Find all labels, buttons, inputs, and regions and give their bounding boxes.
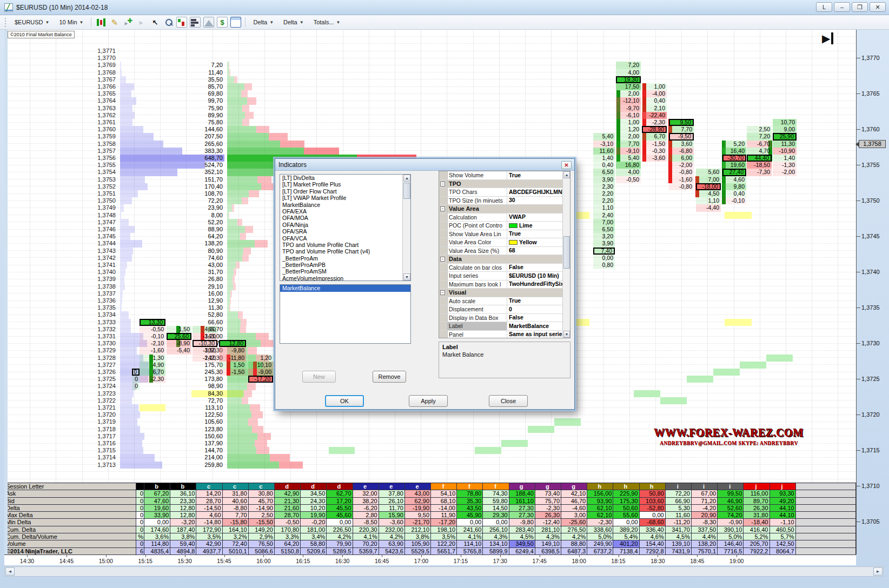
pencil-icon[interactable] [109, 17, 120, 28]
selected-indicators-list[interactable]: MarketBalance [280, 284, 411, 344]
property-row[interactable]: Maximum bars look lTwoHundredFiftySix [439, 280, 570, 289]
scroll-up-icon[interactable]: ▲ [563, 171, 570, 178]
property-section[interactable]: −Visual [439, 289, 570, 297]
indicator-list-item[interactable]: [LT] DivDelta [280, 175, 410, 181]
list-scrollbar[interactable]: ▲ ▼ [402, 175, 410, 280]
new-button[interactable]: New [302, 371, 336, 383]
property-row[interactable]: TPO Size (In minuets30 [439, 197, 570, 205]
ok-button[interactable]: OK [325, 395, 364, 407]
property-value[interactable]: 68 [507, 247, 570, 255]
property-row[interactable]: TPO CharsABCDEFGHIJKLMNP [439, 188, 570, 197]
property-value[interactable]: Same as input series [507, 331, 570, 339]
property-grid[interactable]: Show VolumeTrue−TPOTPO CharsABCDEFGHIJKL… [439, 171, 570, 338]
indicator-list-item[interactable]: AcmeVolumeImpression [280, 275, 410, 281]
scroll-thumb[interactable] [403, 183, 410, 199]
property-value[interactable]: VWAP [507, 213, 570, 222]
maximize-button[interactable]: ❐ [852, 2, 868, 12]
scroll-left-button[interactable]: ◄ [5, 567, 15, 576]
collapse-icon[interactable]: − [440, 290, 445, 295]
property-value[interactable]: $EURUSD (10 Min) [507, 272, 570, 280]
property-row[interactable]: Displacement0 [439, 305, 570, 314]
property-row[interactable]: Input series$EURUSD (10 Min) [439, 272, 570, 280]
indicator-list-item[interactable]: TPO and Volume Profile Chart [280, 242, 410, 248]
property-row[interactable]: Display in Data BoxFalse [439, 314, 570, 323]
property-value[interactable]: ABCDEFGHIJKLMNP [507, 188, 570, 196]
remove-button[interactable]: Remove [373, 371, 406, 383]
scroll-thumb[interactable] [563, 236, 570, 269]
property-value[interactable]: Lime [507, 222, 570, 230]
zoom-icon[interactable] [163, 17, 174, 28]
property-value[interactable]: False [507, 264, 570, 272]
property-row[interactable]: Value Area Size (%)68 [439, 247, 570, 256]
property-value[interactable]: TwoHundredFiftySix [507, 280, 570, 289]
scroll-right-button[interactable]: ► [873, 567, 883, 576]
property-row[interactable]: PanelSame as input series [439, 331, 570, 339]
collapse-icon[interactable]: − [440, 257, 445, 262]
indicator-list-item[interactable]: OFA/MOA [280, 215, 410, 221]
profile-icon[interactable] [190, 17, 201, 28]
property-value[interactable]: MarketBalance [507, 322, 570, 330]
area-icon[interactable] [203, 17, 214, 28]
indicator-list-item[interactable]: TPO and Volume Profile Chart (v4) [280, 248, 410, 255]
title-bar[interactable]: $EURUSD (10 Min) 2014-02-18 L – ❐ ✕ [0, 0, 889, 15]
indicator-list-item[interactable]: [LT] VWAP Market Profile [280, 195, 410, 201]
property-value[interactable]: Yellow [507, 238, 570, 246]
selected-indicator-item[interactable]: MarketBalance [280, 285, 410, 292]
property-row[interactable]: LabelMarketBalance [439, 322, 570, 331]
layout-button[interactable]: L [816, 2, 832, 12]
dialog-close-icon[interactable]: ✕ [561, 161, 572, 169]
property-section[interactable]: −Value Area [439, 205, 570, 213]
indicator-list-item[interactable]: _BetterProAmSM [280, 268, 410, 275]
indicator-list-item[interactable]: _BetterProAmPB [280, 262, 410, 268]
close-button[interactable]: ✕ [870, 2, 886, 12]
indicator-list-item[interactable]: OFA/VCA [280, 235, 410, 242]
indicator-list-item[interactable]: MarketBalance [280, 202, 410, 208]
interval-dropdown[interactable]: 10 Min▼ [55, 17, 88, 28]
collapse-icon[interactable]: − [440, 206, 445, 211]
play-forward-icon[interactable]: ▶ [822, 32, 833, 44]
indicator-list-item[interactable]: [LT] Order Flow Chart [280, 188, 410, 195]
indicator-list-item[interactable]: OFA/SRA [280, 228, 410, 235]
apply-button[interactable]: Apply [409, 395, 448, 407]
property-row[interactable]: Auto scaleTrue [439, 297, 570, 306]
minimize-button[interactable]: – [834, 2, 850, 12]
property-section[interactable]: −TPO [439, 180, 570, 189]
close-dialog-button[interactable]: Close [489, 395, 528, 407]
instrument-dropdown[interactable]: $EURUSD▼ [10, 17, 54, 28]
property-row[interactable]: Value Area ColorYellow [439, 238, 570, 247]
property-grid-scrollbar[interactable]: ▲ ▼ [562, 171, 570, 338]
oscillator-icon[interactable] [176, 17, 187, 28]
indicator-list[interactable]: [LT] DivDelta[LT] Market Profile Plus[LT… [280, 174, 411, 281]
candles-icon[interactable] [95, 17, 106, 28]
property-row[interactable]: Calculate on bar closFalse [439, 264, 570, 272]
cursor-icon[interactable] [149, 17, 160, 28]
totals-dropdown[interactable]: Totals...▼ [309, 17, 345, 28]
add-study-icon[interactable] [122, 17, 133, 28]
collapse-icon[interactable]: − [440, 182, 445, 186]
scroll-down-icon[interactable]: ▼ [563, 331, 570, 338]
property-section[interactable]: −Data [439, 255, 570, 264]
indicator-list-item[interactable]: OFA/EXA [280, 208, 410, 215]
property-value[interactable]: 0 [507, 305, 570, 313]
property-value[interactable]: 30 [507, 197, 570, 205]
property-row[interactable]: Show Value Area LinTrue [439, 230, 570, 239]
property-value[interactable]: False [507, 314, 570, 322]
property-row[interactable]: CalculationVWAP [439, 213, 570, 222]
property-row[interactable]: Show VolumeTrue [439, 171, 570, 180]
scroll-down-icon[interactable]: ▼ [403, 273, 410, 280]
scroll-up-icon[interactable]: ▲ [403, 175, 410, 182]
delta-dropdown-1[interactable]: Delta▼ [249, 17, 278, 28]
dollar-icon[interactable] [217, 17, 228, 28]
indicator-list-item[interactable]: OFA/Ninja [280, 222, 410, 228]
horizontal-scrollbar[interactable]: ◄ ► [4, 566, 884, 577]
property-value[interactable]: True [507, 171, 570, 179]
property-value[interactable]: True [507, 230, 570, 238]
table-icon[interactable] [230, 17, 241, 28]
dialog-title-bar[interactable]: Indicators [275, 159, 574, 171]
indicator-list-item[interactable]: _BetterProAm [280, 255, 410, 262]
indicator-list-item[interactable]: [LT] Market Profile Plus [280, 181, 410, 188]
delta-dropdown-2[interactable]: Delta▼ [279, 17, 308, 28]
toolbar-grip[interactable] [4, 17, 7, 27]
property-value[interactable]: True [507, 297, 570, 305]
pointer-icon[interactable] [136, 17, 147, 28]
